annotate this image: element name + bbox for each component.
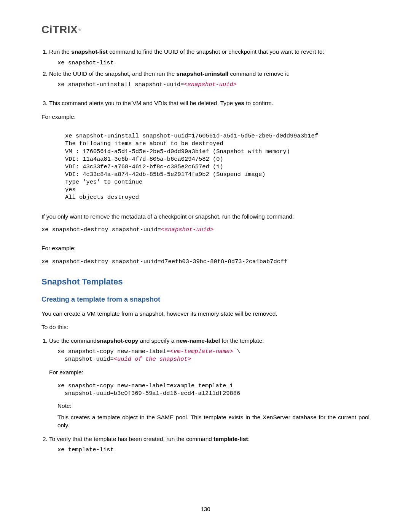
note-body: This creates a template object in the SA… <box>57 414 370 429</box>
t-step-2: To verify that the template has been cre… <box>49 435 370 454</box>
t2-c: : <box>248 436 250 442</box>
for-example-2: For example: <box>41 244 370 252</box>
step2-pre: Note the UUID of the snapshot, and then … <box>49 70 177 77</box>
t2-a: To verify that the template has been cre… <box>49 436 213 442</box>
metadata-para: If you only want to remove the metadata … <box>41 212 370 221</box>
for-example-1: For example: <box>41 113 370 121</box>
citrix-logo: CiTRIX® <box>41 22 370 37</box>
step2-post: command to remove it: <box>228 70 290 77</box>
t1-a: Use the command <box>49 337 97 344</box>
code-snapshot-list: xe snapshot-list <box>57 59 370 67</box>
t1-e: for the template: <box>220 337 264 344</box>
t2-b: template-list <box>213 436 248 442</box>
t-step-1: Use the commandsnapshot-copy and specify… <box>49 337 370 430</box>
heading-snapshot-templates: Snapshot Templates <box>41 276 370 288</box>
code-template-list: xe template-list <box>57 446 370 454</box>
example-copy: xe snapshot-copy new-name-label=example_… <box>57 382 370 397</box>
t1-b: snapshot-copy <box>97 337 138 344</box>
step1-post: command to find the UUID of the snapshot… <box>108 48 324 55</box>
code-snapshot-destroy: xe snapshot-destroy snapshot-uuid=<snaps… <box>41 226 370 233</box>
example-destroy: xe snapshot-destroy snapshot-uuid=d7eefb… <box>41 258 370 265</box>
to-do-this: To do this: <box>41 323 370 331</box>
step-1: Run the snapshot-list command to find th… <box>49 48 370 67</box>
steps-list-2: Use the commandsnapshot-copy and specify… <box>41 337 370 454</box>
step1-pre: Run the <box>49 48 71 55</box>
step3-yes: yes <box>234 100 244 106</box>
page-number: 130 <box>0 505 411 513</box>
t1-c: and specify a <box>138 337 176 344</box>
step2-cmd: snapshot-uninstall <box>177 70 229 77</box>
code-snapshot-copy: xe snapshot-copy new-name-label=<vm-temp… <box>57 348 370 363</box>
t1-d: new-name-label <box>176 337 220 344</box>
heading-creating-template: Creating a template from a snapshot <box>41 295 370 304</box>
step3-pre: This command alerts you to the VM and VD… <box>49 100 234 106</box>
example-uninstall-output: xe snapshot-uninstall snapshot-uuid=1760… <box>65 132 370 201</box>
code-snapshot-uninstall: xe snapshot-uninstall snapshot-uuid=<sna… <box>57 81 370 88</box>
for-example-3: For example: <box>49 368 370 377</box>
step-2: Note the UUID of the snapshot, and then … <box>49 70 370 89</box>
step1-cmd: snapshot-list <box>71 48 108 55</box>
template-intro: You can create a VM template from a snap… <box>41 310 370 318</box>
step-3: This command alerts you to the VM and VD… <box>49 99 370 107</box>
step3-post: to confirm. <box>244 100 273 106</box>
steps-list-1: Run the snapshot-list command to find th… <box>41 48 370 107</box>
note-block: Note: This creates a template object in … <box>57 402 370 430</box>
note-label: Note: <box>57 402 370 410</box>
